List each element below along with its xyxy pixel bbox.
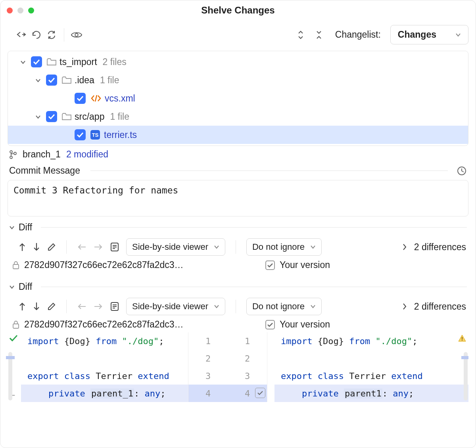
diff-file-row: 2782d907f327c66ec72e62c87fa2dc3… Your ve…: [0, 319, 476, 331]
edit-icon[interactable]: [47, 243, 56, 251]
checkbox[interactable]: [31, 56, 42, 67]
your-version-checkbox[interactable]: [265, 260, 275, 270]
forward-icon[interactable]: [94, 303, 103, 310]
next-diff-icon[interactable]: [33, 302, 40, 311]
history-icon[interactable]: [457, 166, 467, 176]
tree-row-srcapp[interactable]: src/app 1 file: [8, 107, 468, 126]
file-name: vcs.xml: [105, 93, 135, 104]
folder-meta: 1 file: [110, 111, 129, 122]
ignore-value: Do not ignore: [252, 301, 305, 312]
your-version-label: Your version: [280, 260, 330, 270]
ignore-combo[interactable]: Do not ignore: [246, 238, 322, 256]
diff-count: 2 differences: [414, 242, 466, 253]
collapse-icon[interactable]: [315, 30, 322, 40]
tree-row-terrier[interactable]: TS terrier.ts: [8, 126, 468, 144]
tree-row-idea[interactable]: .idea 1 file: [8, 71, 468, 89]
chevron-down-icon[interactable]: [9, 225, 15, 230]
diff-hash: 2782d907f327c66ec72e62c87fa2dc3…: [24, 319, 184, 330]
chevron-down-icon: [310, 304, 316, 308]
checkbox[interactable]: [46, 75, 57, 86]
file-name: terrier.ts: [104, 130, 137, 140]
next-diff-icon[interactable]: [33, 242, 40, 252]
branch-name: branch_1: [23, 149, 61, 160]
tree-row-root[interactable]: ts_import 2 files: [8, 53, 468, 71]
checkbox[interactable]: [46, 111, 57, 122]
titlebar: Shelve Changes: [0, 0, 476, 20]
svg-point-1: [10, 151, 12, 153]
diff-file-row: 2782d907f327c66ec72e62c87fa2dc3… Your ve…: [0, 260, 476, 272]
folder-meta: 1 file: [100, 75, 119, 86]
forward-icon[interactable]: [94, 243, 103, 251]
branch-status[interactable]: 2 modified: [66, 149, 108, 160]
scroll-marker-right[interactable]: [464, 352, 468, 400]
diff-count: 2 differences: [414, 301, 466, 312]
prev-diff-icon[interactable]: [19, 242, 26, 252]
chevron-down-icon[interactable]: [15, 59, 31, 65]
dialog-toolbar: Changelist: Changes: [0, 20, 476, 49]
diff-label: Diff: [19, 281, 32, 292]
folder-name: ts_import: [60, 57, 97, 67]
checkbox[interactable]: [75, 93, 86, 104]
lock-icon: [12, 261, 19, 270]
line-number-gutter: 1 2 3 4 1 2 3 4: [188, 332, 267, 402]
diff-section-head: Diff: [0, 222, 476, 233]
chevron-down-icon[interactable]: [9, 285, 15, 289]
chevron-down-icon: [310, 245, 316, 249]
svg-point-2: [10, 156, 12, 159]
chevron-down-icon[interactable]: [30, 114, 46, 119]
chevron-down-icon: [214, 304, 219, 308]
changes-tree: ts_import 2 files .idea 1 file vcs.xml s…: [8, 51, 468, 146]
window-title: Shelve Changes: [0, 5, 476, 16]
list-icon[interactable]: [110, 242, 119, 252]
lock-icon: [12, 320, 19, 329]
folder-icon: [47, 58, 56, 66]
apply-chunk-checkbox[interactable]: [255, 388, 265, 398]
changelist-combo[interactable]: Changes: [390, 25, 468, 44]
edit-icon[interactable]: [47, 302, 56, 311]
rollback-icon[interactable]: [15, 29, 27, 41]
svg-rect-8: [13, 324, 19, 328]
viewer-mode-combo[interactable]: Side-by-side viewer: [126, 298, 225, 315]
viewer-mode-value: Side-by-side viewer: [132, 301, 208, 312]
preview-icon[interactable]: [71, 29, 83, 41]
diff-toolbar: Side-by-side viewer Do not ignore 2 diff…: [0, 292, 476, 319]
changelist-label: Changelist:: [335, 29, 381, 40]
folder-meta: 2 files: [103, 57, 127, 67]
folder-name: src/app: [75, 111, 104, 122]
diff-section-head: Diff: [0, 281, 476, 292]
ignore-combo[interactable]: Do not ignore: [246, 298, 322, 315]
tree-row-vcs[interactable]: vcs.xml: [8, 89, 468, 107]
chevron-down-icon: [455, 33, 461, 37]
changelist-value: Changes: [398, 29, 436, 40]
prev-diff-icon[interactable]: [19, 302, 26, 311]
undo-icon[interactable]: [31, 29, 42, 41]
commit-message-input[interactable]: Commit 3 Refactoring for names: [8, 180, 468, 216]
diff-code-view: − import {Dog} from "./dog"; export clas…: [8, 332, 468, 402]
commit-message-text: Commit 3 Refactoring for names: [13, 185, 178, 195]
your-version-checkbox[interactable]: [265, 320, 275, 329]
folder-icon: [62, 76, 71, 84]
refresh-icon[interactable]: [46, 29, 58, 41]
shelve-dialog: Shelve Changes Changelist: Changes: [0, 0, 476, 448]
commit-section-head: Commit Message: [0, 165, 476, 176]
toolbar-separator: [64, 28, 64, 42]
diff-toolbar: Side-by-side viewer Do not ignore 2 diff…: [0, 233, 476, 260]
svg-point-3: [14, 152, 16, 155]
expand-icon[interactable]: [297, 30, 304, 40]
code-right-pane[interactable]: import {Dog} from "./dog"; export class …: [267, 332, 468, 402]
code-left-pane[interactable]: import {Dog} from "./dog"; export class …: [8, 332, 188, 402]
warning-icon: [458, 335, 466, 342]
chevron-down-icon[interactable]: [30, 77, 46, 83]
xml-icon: [90, 94, 102, 103]
folder-name: .idea: [75, 75, 94, 86]
list-icon[interactable]: [110, 302, 119, 311]
chevron-right-icon[interactable]: [402, 243, 407, 251]
checkbox[interactable]: [75, 129, 86, 140]
chevron-right-icon[interactable]: [402, 303, 407, 310]
svg-point-0: [75, 33, 78, 36]
svg-rect-6: [13, 264, 19, 269]
back-icon[interactable]: [77, 243, 86, 251]
back-icon[interactable]: [77, 303, 86, 310]
branch-line: branch_1 2 modified: [0, 146, 476, 165]
viewer-mode-combo[interactable]: Side-by-side viewer: [126, 238, 225, 256]
